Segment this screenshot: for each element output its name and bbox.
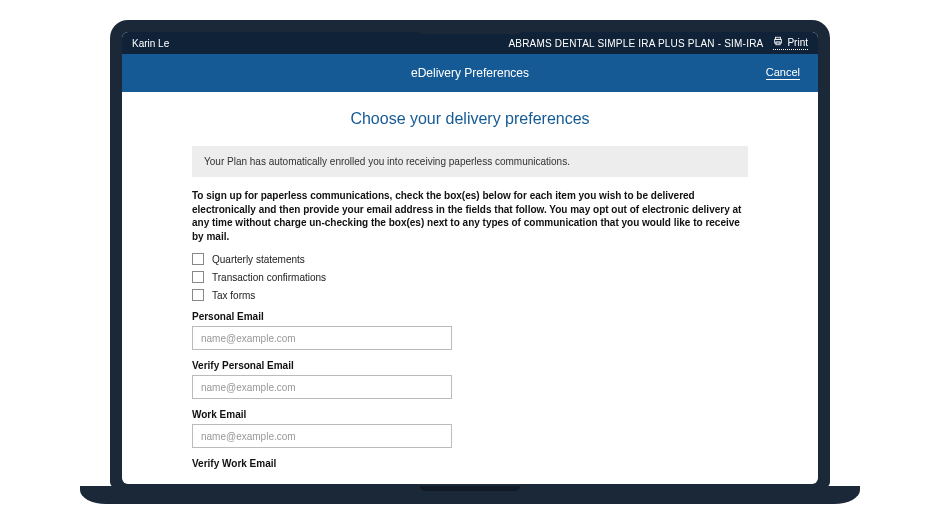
option-label: Quarterly statements (212, 254, 305, 265)
verify-personal-email-label: Verify Personal Email (192, 360, 748, 371)
header-title: eDelivery Preferences (411, 66, 529, 80)
content-area: Choose your delivery preferences Your Pl… (122, 92, 818, 473)
print-label: Print (787, 37, 808, 48)
page-title: Choose your delivery preferences (192, 110, 748, 128)
option-quarterly[interactable]: Quarterly statements (192, 253, 748, 265)
work-email-label: Work Email (192, 409, 748, 420)
cancel-link[interactable]: Cancel (766, 66, 800, 80)
plan-name: ABRAMS DENTAL SIMPLE IRA PLUS PLAN - SIM… (508, 38, 763, 49)
verify-work-email-label: Verify Work Email (192, 458, 748, 469)
verify-personal-email-input[interactable] (192, 375, 452, 399)
personal-email-label: Personal Email (192, 311, 748, 322)
personal-email-input[interactable] (192, 326, 452, 350)
option-label: Tax forms (212, 290, 255, 301)
print-link[interactable]: Print (773, 36, 808, 50)
option-transactions[interactable]: Transaction confirmations (192, 271, 748, 283)
checkbox-quarterly[interactable] (192, 253, 204, 265)
laptop-notch (415, 20, 525, 34)
instructions: To sign up for paperless communications,… (192, 189, 748, 243)
checkbox-transactions[interactable] (192, 271, 204, 283)
top-bar: Karin Le ABRAMS DENTAL SIMPLE IRA PLUS P… (122, 32, 818, 54)
auto-enroll-notice: Your Plan has automatically enrolled you… (192, 146, 748, 177)
screen-frame: Karin Le ABRAMS DENTAL SIMPLE IRA PLUS P… (110, 20, 830, 488)
work-email-input[interactable] (192, 424, 452, 448)
user-name: Karin Le (132, 38, 169, 49)
page-header: eDelivery Preferences Cancel (122, 54, 818, 92)
top-bar-right: ABRAMS DENTAL SIMPLE IRA PLUS PLAN - SIM… (508, 36, 808, 50)
checkbox-tax[interactable] (192, 289, 204, 301)
option-tax[interactable]: Tax forms (192, 289, 748, 301)
app-screen: Karin Le ABRAMS DENTAL SIMPLE IRA PLUS P… (122, 32, 818, 484)
option-label: Transaction confirmations (212, 272, 326, 283)
laptop-base (80, 486, 860, 504)
laptop-mockup: Karin Le ABRAMS DENTAL SIMPLE IRA PLUS P… (80, 20, 860, 510)
print-icon (773, 36, 783, 48)
